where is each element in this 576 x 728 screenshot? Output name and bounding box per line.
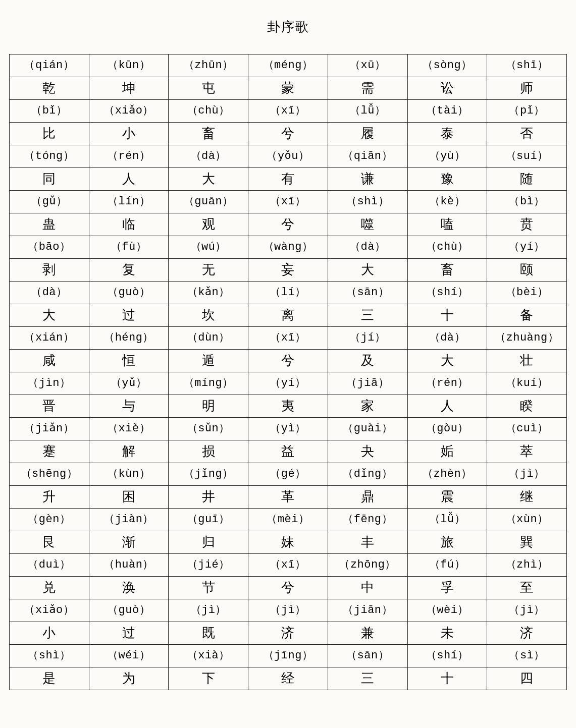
pinyin-cell: （jiā）	[328, 372, 407, 395]
pinyin-cell: （xùn）	[487, 509, 567, 531]
table-row: 比小畜兮履泰否	[10, 123, 567, 145]
pinyin-cell: （jīng）	[248, 645, 328, 667]
pinyin-cell: （jiān）	[328, 599, 407, 622]
char-cell: 乾	[10, 77, 89, 100]
char-cell: 无	[169, 259, 248, 282]
pinyin-cell: （méng）	[248, 54, 328, 77]
char-cell: 姤	[407, 440, 487, 463]
char-cell: 泰	[407, 123, 487, 145]
pinyin-cell: （zhì）	[487, 554, 567, 577]
table-row: （tóng）（rén）（dà）（yǒu）（qiān）（yù）（suí）	[10, 145, 567, 168]
pinyin-cell: （tài）	[407, 100, 487, 123]
pinyin-cell: （tóng）	[10, 145, 89, 168]
char-cell: 需	[328, 77, 407, 100]
char-cell: 兑	[10, 577, 89, 599]
pinyin-cell: （fú）	[407, 554, 487, 577]
pinyin-cell: （shí）	[407, 282, 487, 304]
table-row: （jiǎn）（xiè）（sǔn）（yì）（guài）（gòu）（cuì）	[10, 418, 567, 440]
char-cell: 益	[248, 440, 328, 463]
pinyin-cell: （míng）	[169, 372, 248, 395]
pinyin-cell: （dà）	[407, 327, 487, 350]
pinyin-cell: （dà）	[328, 236, 407, 259]
pinyin-cell: （jiàn）	[89, 509, 169, 531]
char-cell: 随	[487, 168, 567, 191]
char-cell: 兼	[328, 622, 407, 645]
table-row: 蛊临观兮噬嗑贲	[10, 213, 567, 236]
char-cell: 剥	[10, 259, 89, 282]
char-cell: 下	[169, 667, 248, 690]
pinyin-cell: （shí）	[407, 645, 487, 667]
char-cell: 家	[328, 395, 407, 418]
pinyin-cell: （qián）	[10, 54, 89, 77]
char-cell: 夬	[328, 440, 407, 463]
pinyin-cell: （xī）	[248, 191, 328, 213]
pinyin-cell: （bì）	[487, 191, 567, 213]
pinyin-cell: （zhōng）	[328, 554, 407, 577]
pinyin-cell: （lín）	[89, 191, 169, 213]
char-cell: 谦	[328, 168, 407, 191]
char-cell: 临	[89, 213, 169, 236]
char-cell: 履	[328, 123, 407, 145]
pinyin-cell: （jié）	[169, 554, 248, 577]
pinyin-cell: （shì）	[328, 191, 407, 213]
char-cell: 蒙	[248, 77, 328, 100]
char-cell: 济	[487, 622, 567, 645]
char-cell: 咸	[10, 350, 89, 372]
char-cell: 妹	[248, 531, 328, 554]
char-cell: 讼	[407, 77, 487, 100]
char-cell: 旅	[407, 531, 487, 554]
char-cell: 遁	[169, 350, 248, 372]
char-cell: 兮	[248, 350, 328, 372]
table-row: 咸恒遁兮及大壮	[10, 350, 567, 372]
table-row: （xiǎo）（guò）（jì）（jì）（jiān）（wèi）（jì）	[10, 599, 567, 622]
char-cell: 兮	[248, 213, 328, 236]
char-cell: 孚	[407, 577, 487, 599]
pinyin-cell: （xī）	[248, 554, 328, 577]
pinyin-cell: （dà）	[10, 282, 89, 304]
pinyin-cell: （bèi）	[487, 282, 567, 304]
char-cell: 晋	[10, 395, 89, 418]
char-cell: 济	[248, 622, 328, 645]
table-row: 艮渐归妹丰旅巽	[10, 531, 567, 554]
table-row: （dà）（guò）（kǎn）（lí）（sān）（shí）（bèi）	[10, 282, 567, 304]
char-cell: 观	[169, 213, 248, 236]
char-cell: 三	[328, 667, 407, 690]
char-cell: 蹇	[10, 440, 89, 463]
pinyin-cell: （sǔn）	[169, 418, 248, 440]
char-cell: 屯	[169, 77, 248, 100]
char-cell: 过	[89, 304, 169, 327]
char-cell: 困	[89, 486, 169, 509]
char-cell: 兮	[248, 123, 328, 145]
char-cell: 四	[487, 667, 567, 690]
pinyin-cell: （yí）	[248, 372, 328, 395]
char-cell: 小	[89, 123, 169, 145]
char-cell: 十	[407, 667, 487, 690]
char-cell: 损	[169, 440, 248, 463]
char-cell: 壮	[487, 350, 567, 372]
pinyin-cell: （sān）	[328, 645, 407, 667]
table-row: （gǔ）（lín）（guān）（xī）（shì）（kè）（bì）	[10, 191, 567, 213]
pinyin-cell: （kùn）	[89, 463, 169, 486]
char-cell: 与	[89, 395, 169, 418]
char-cell: 噬	[328, 213, 407, 236]
pinyin-cell: （jì）	[169, 599, 248, 622]
pinyin-cell: （duì）	[10, 554, 89, 577]
pinyin-cell: （jì）	[487, 599, 567, 622]
pinyin-cell: （gé）	[248, 463, 328, 486]
char-cell: 归	[169, 531, 248, 554]
char-cell: 既	[169, 622, 248, 645]
pinyin-cell: （bāo）	[10, 236, 89, 259]
pinyin-cell: （zhèn）	[407, 463, 487, 486]
char-cell: 复	[89, 259, 169, 282]
pinyin-cell: （xiǎo）	[89, 100, 169, 123]
pinyin-cell: （guài）	[328, 418, 407, 440]
char-cell: 人	[89, 168, 169, 191]
table-row: （qián）（kūn）（zhūn）（méng）（xū）（sòng）（shī）	[10, 54, 567, 77]
pinyin-cell: （yǒu）	[248, 145, 328, 168]
char-cell: 鼎	[328, 486, 407, 509]
pinyin-cell: （gòu）	[407, 418, 487, 440]
document-page: 卦序歌 （qián）（kūn）（zhūn）（méng）（xū）（sòng）（sh…	[0, 0, 576, 696]
char-cell: 十	[407, 304, 487, 327]
pinyin-cell: （qiān）	[328, 145, 407, 168]
char-cell: 震	[407, 486, 487, 509]
